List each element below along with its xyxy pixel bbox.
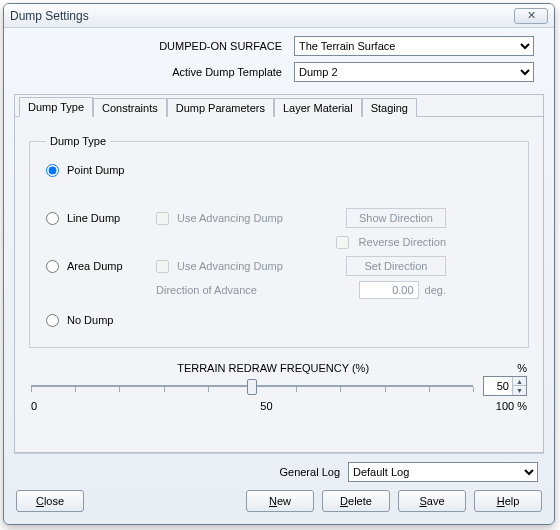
redraw-slider-row: 50 ▲ ▼ xyxy=(29,376,529,396)
general-log-label: General Log xyxy=(279,466,340,478)
window-body: DUMPED-ON SURFACE The Terrain Surface Ac… xyxy=(4,28,554,524)
point-dump-label: Point Dump xyxy=(67,164,124,176)
dumped-on-surface-select[interactable]: The Terrain Surface xyxy=(294,36,534,56)
window-close-button[interactable]: ✕ xyxy=(514,8,548,24)
tab-strip: Dump Type Constraints Dump Parameters La… xyxy=(15,95,543,117)
bottom-band: General Log Default Log Close New Delete… xyxy=(14,453,544,514)
general-log-row: General Log Default Log xyxy=(14,460,544,490)
slider-scale: 0 50 100 % xyxy=(29,400,529,412)
dump-type-legend: Dump Type xyxy=(46,135,110,147)
tab-constraints[interactable]: Constraints xyxy=(93,98,167,117)
line-dump-row: Line Dump Use Advancing Dump Show Direct… xyxy=(46,205,516,231)
area-dump-label: Area Dump xyxy=(67,260,123,272)
line-dump-radio[interactable] xyxy=(46,212,59,225)
reverse-direction-label: Reverse Direction xyxy=(359,236,446,248)
spin-up-icon[interactable]: ▲ xyxy=(513,377,526,386)
main-panel: Dump Type Constraints Dump Parameters La… xyxy=(14,94,544,453)
active-dump-template-row: Active Dump Template Dump 2 xyxy=(24,62,534,82)
area-use-advancing-label: Use Advancing Dump xyxy=(177,260,283,272)
area-dump-row: Area Dump Use Advancing Dump Set Directi… xyxy=(46,253,516,279)
redraw-slider[interactable] xyxy=(31,376,473,396)
reverse-direction-row: Reverse Direction xyxy=(46,231,516,253)
tab-staging[interactable]: Staging xyxy=(362,98,417,117)
point-dump-row: Point Dump xyxy=(46,157,516,183)
scale-mid: 50 xyxy=(260,400,272,412)
line-use-advancing-checkbox[interactable] xyxy=(156,212,169,225)
dumped-on-surface-row: DUMPED-ON SURFACE The Terrain Surface xyxy=(24,36,534,56)
save-button[interactable]: Save xyxy=(398,490,466,512)
show-direction-button[interactable]: Show Direction xyxy=(346,208,446,228)
help-button[interactable]: Help xyxy=(474,490,542,512)
no-dump-row: No Dump xyxy=(46,307,516,333)
redraw-frequency-heading: TERRAIN REDRAW FREQUENCY (%) % xyxy=(29,362,529,374)
line-dump-label: Line Dump xyxy=(67,212,120,224)
no-dump-radio[interactable] xyxy=(46,314,59,327)
set-direction-button[interactable]: Set Direction xyxy=(346,256,446,276)
tab-dump-type[interactable]: Dump Type xyxy=(19,97,93,117)
redraw-spinbox[interactable]: 50 ▲ ▼ xyxy=(483,376,527,396)
percent-symbol: % xyxy=(517,362,529,374)
general-log-select[interactable]: Default Log xyxy=(348,462,538,482)
dumped-on-surface-label: DUMPED-ON SURFACE xyxy=(24,40,294,52)
line-use-advancing-label: Use Advancing Dump xyxy=(177,212,283,224)
new-button[interactable]: New xyxy=(246,490,314,512)
header-form: DUMPED-ON SURFACE The Terrain Surface Ac… xyxy=(14,36,544,94)
spin-down-icon[interactable]: ▼ xyxy=(513,386,526,395)
direction-of-advance-label: Direction of Advance xyxy=(156,284,257,296)
tab-content-dump-type: Dump Type Point Dump Line Dump xyxy=(15,117,543,452)
spin-arrows: ▲ ▼ xyxy=(512,377,526,395)
direction-of-advance-row: Direction of Advance 0.00 deg. xyxy=(46,279,516,301)
dump-type-group: Dump Type Point Dump Line Dump xyxy=(29,135,529,348)
area-use-advancing-checkbox[interactable] xyxy=(156,260,169,273)
no-dump-label: No Dump xyxy=(67,314,113,326)
area-dump-radio[interactable] xyxy=(46,260,59,273)
scale-min: 0 xyxy=(31,400,37,412)
reverse-direction-checkbox[interactable] xyxy=(336,236,349,249)
scale-max: 100 % xyxy=(496,400,527,412)
active-dump-template-label: Active Dump Template xyxy=(24,66,294,78)
delete-button[interactable]: Delete xyxy=(322,490,390,512)
action-button-row: Close New Delete Save Help xyxy=(14,490,544,514)
redraw-frequency-label: TERRAIN REDRAW FREQUENCY (%) xyxy=(177,362,369,374)
close-button[interactable]: Close xyxy=(16,490,84,512)
tab-dump-parameters[interactable]: Dump Parameters xyxy=(167,98,274,117)
dump-settings-window: Dump Settings ✕ DUMPED-ON SURFACE The Te… xyxy=(3,3,555,525)
close-icon: ✕ xyxy=(527,9,536,22)
redraw-value: 50 xyxy=(484,380,512,392)
titlebar: Dump Settings ✕ xyxy=(4,4,554,28)
slider-thumb[interactable] xyxy=(247,379,257,395)
window-title: Dump Settings xyxy=(10,9,514,23)
point-dump-radio[interactable] xyxy=(46,164,59,177)
direction-value-field[interactable]: 0.00 xyxy=(359,281,419,299)
tab-layer-material[interactable]: Layer Material xyxy=(274,98,362,117)
direction-unit-label: deg. xyxy=(425,284,446,296)
active-dump-template-select[interactable]: Dump 2 xyxy=(294,62,534,82)
